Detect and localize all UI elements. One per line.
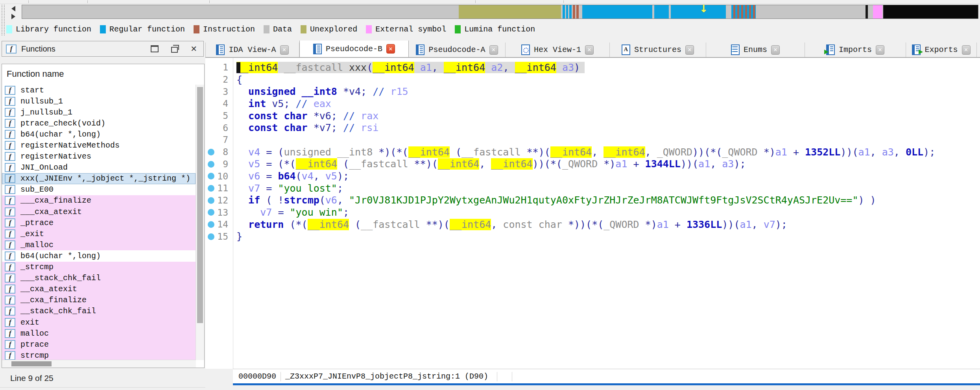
token[interactable]: xxx	[349, 62, 367, 73]
token[interactable]: +	[669, 219, 687, 230]
functions-vertical-scrollbar[interactable]	[196, 85, 204, 360]
navband-drag-handle[interactable]	[2, 5, 5, 35]
tab-close-icon[interactable]: ✕	[876, 45, 884, 55]
token[interactable]: const char	[248, 110, 308, 122]
tab-structures[interactable]: AStructures✕	[610, 43, 706, 57]
token[interactable]: ;	[343, 207, 349, 218]
function-list-item[interactable]: f_exit	[2, 228, 196, 239]
token[interactable]	[236, 183, 248, 194]
token[interactable]: (	[296, 170, 302, 182]
function-list-item[interactable]: f___cxa_finalize	[2, 195, 196, 206]
token[interactable]: = (	[260, 146, 284, 158]
token[interactable]: _QWORD	[722, 146, 757, 158]
navband-segment[interactable]	[573, 5, 575, 18]
function-list-item[interactable]: fb64(uchar *,long)	[2, 250, 196, 261]
token[interactable]: ,	[752, 219, 764, 230]
tab-pseudocode-b[interactable]: Pseudocode-B✕	[299, 41, 409, 57]
token[interactable]: //	[296, 98, 314, 109]
function-list-item[interactable]: f_strcmp	[2, 262, 196, 273]
token[interactable]: "you win"	[290, 207, 343, 218]
token[interactable]	[556, 62, 562, 73]
token[interactable]: =	[272, 207, 290, 218]
token[interactable]: __fastcall	[461, 146, 521, 158]
code-line[interactable]: 7	[205, 134, 980, 146]
function-list-item[interactable]: f__stack_chk_fail	[2, 306, 196, 317]
line-marker-dot[interactable]	[208, 161, 214, 168]
token[interactable]: const char	[248, 122, 308, 133]
token[interactable]: *v7;	[308, 122, 343, 133]
function-list-item[interactable]: fregisterNativeMethods	[2, 140, 196, 151]
tab-hex-view-1[interactable]: Hex View-1✕	[506, 43, 610, 57]
token[interactable]: **)(	[521, 146, 550, 158]
token[interactable]: __fastcall	[361, 219, 420, 230]
code-line[interactable]: 6 const char *v7; // rsi	[205, 122, 980, 134]
token[interactable]: v6	[325, 194, 337, 206]
token[interactable]: =	[260, 170, 278, 182]
close-icon[interactable]: ✕	[190, 45, 197, 53]
token[interactable]: __int64	[491, 158, 532, 170]
token[interactable]: **)(	[420, 219, 450, 230]
token[interactable]	[236, 86, 248, 97]
code-text[interactable]: {	[236, 74, 242, 85]
token[interactable]: ))(	[840, 146, 858, 158]
token[interactable]: ,	[314, 170, 325, 182]
token[interactable]: 1352LL	[805, 146, 840, 158]
code-line[interactable]: 12 if ( !strcmp(v6, "Jr0VJ81KJD1PJpY2Wyt…	[205, 194, 980, 207]
tab-close-icon[interactable]: ✕	[280, 45, 289, 55]
token[interactable]	[236, 98, 248, 109]
token[interactable]: __int64	[308, 219, 349, 230]
token[interactable]: __int64	[236, 62, 278, 73]
tab-exports[interactable]: Exports✕	[906, 43, 977, 57]
token[interactable]: "Jr0VJ81KJD1PJpY2WytxgeAnJWu2H1qutyA0xFt…	[349, 194, 858, 206]
token[interactable]: ))(	[722, 219, 740, 230]
function-list-item[interactable]: fxxx(_JNIEnv *,_jobject *,_jstring *)	[2, 173, 196, 184]
token[interactable]: eax	[314, 98, 331, 109]
token[interactable]: a1	[698, 158, 710, 170]
token[interactable]: (	[349, 219, 361, 230]
function-list-item[interactable]: f__cxa_finalize	[2, 295, 196, 306]
token[interactable]: _QWORD	[562, 158, 598, 170]
token[interactable]: a1	[615, 158, 627, 170]
function-list-item[interactable]: fptrace	[2, 339, 196, 350]
token[interactable]: ))(*(	[533, 158, 562, 170]
code-text[interactable]: __int64 __fastcall xxx(__int64 a1, __int…	[236, 62, 585, 73]
token[interactable]: rsi	[361, 122, 378, 133]
navigation-band[interactable]: ↓	[22, 5, 978, 19]
code-line[interactable]: 15}	[205, 231, 980, 243]
function-list-item[interactable]: fregisterNatives	[2, 151, 196, 162]
token[interactable]: __int64	[408, 146, 450, 158]
token[interactable]: ,	[503, 62, 515, 73]
function-list-item[interactable]: fptrace_check(void)	[2, 118, 196, 129]
tab-ida-view-a[interactable]: IDA View-A✕	[205, 43, 299, 57]
tab-close-icon[interactable]: ✕	[386, 44, 395, 54]
navband-segment[interactable]	[671, 5, 726, 18]
token[interactable]: }	[236, 231, 242, 242]
code-text[interactable]: v4 = (unsigned __int8 *)(*(__int64 (__fa…	[236, 146, 935, 158]
code-line[interactable]: 10 v6 = b64(v4, v5);	[205, 170, 980, 182]
token[interactable]: (*(	[284, 219, 307, 230]
code-line[interactable]: 3 unsigned __int8 *v4; // r15	[205, 85, 980, 98]
token[interactable]: v5	[248, 158, 260, 170]
token[interactable]: _QWORD	[657, 146, 692, 158]
token[interactable]: v7	[260, 207, 272, 218]
token[interactable]: );	[734, 158, 746, 170]
token[interactable]: );	[775, 219, 787, 230]
token[interactable]: //	[373, 86, 390, 97]
token[interactable]: __int64	[604, 146, 645, 158]
token[interactable]: (	[367, 62, 373, 73]
float-window-icon[interactable]	[171, 47, 178, 53]
code-line[interactable]: 13 v7 = "you win";	[205, 206, 980, 218]
token[interactable]: a1	[858, 146, 870, 158]
navband-left-arrow-icon[interactable]	[11, 6, 15, 11]
token[interactable]	[236, 146, 248, 158]
token[interactable]: int	[248, 98, 266, 109]
navband-segment[interactable]	[566, 5, 568, 18]
token[interactable]: *))(*(	[562, 219, 604, 230]
token[interactable]	[236, 219, 248, 230]
token[interactable]: ,	[894, 146, 906, 158]
function-list-item[interactable]: fb64(uchar *,long)	[2, 129, 196, 140]
function-list-item[interactable]: fmalloc	[2, 328, 196, 339]
scrollbar-thumb[interactable]	[11, 361, 52, 366]
token[interactable]: ( !	[260, 194, 284, 206]
line-marker-dot[interactable]	[208, 185, 214, 192]
